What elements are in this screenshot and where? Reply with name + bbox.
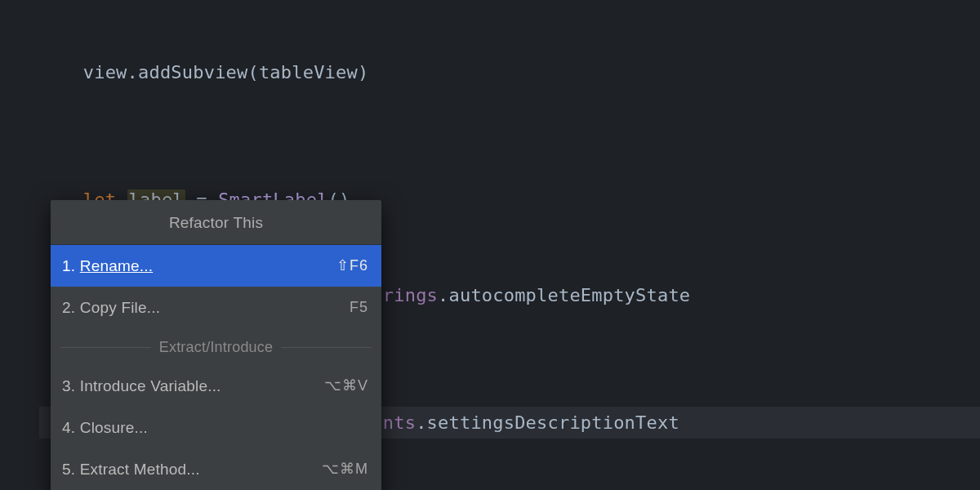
divider [281, 347, 372, 348]
popup-item-label: 4. Closure... [62, 412, 148, 443]
popup-item-rename[interactable]: 1. Rename... ⇧F6 [51, 245, 381, 287]
token-text: .autocompleteEmptyState [438, 285, 690, 305]
token-text: .settingsDescriptionText [416, 412, 679, 433]
refactor-popup: Refactor This 1. Rename... ⇧F6 2. Copy F… [51, 200, 381, 490]
popup-item-copy-file[interactable]: 2. Copy File... F5 [51, 287, 381, 328]
popup-item-introduce-variable[interactable]: 3. Introduce Variable... ⌥⌘V [51, 365, 381, 407]
popup-title: Refactor This [51, 200, 381, 245]
code-line: view.addSubview(tableView) [39, 24, 980, 120]
token-tail: (tableView) [247, 62, 368, 82]
popup-item-label: 2. Copy File... [62, 292, 160, 323]
token-method: addSubview [138, 62, 247, 82]
popup-section-label: Extract/Introduce [159, 332, 273, 363]
code-editor[interactable]: view.addSubview(tableView) let label = S… [0, 0, 980, 490]
popup-item-label: 1. Rename... [62, 250, 153, 282]
popup-item-shortcut: ⌥⌘V [324, 370, 368, 402]
popup-item-shortcut: F5 [350, 292, 368, 323]
popup-item-closure[interactable]: 4. Closure... [51, 407, 381, 448]
code-line-blank [39, 120, 980, 152]
token-dot: . [127, 62, 138, 82]
popup-item-shortcut: ⌥⌘M [322, 453, 368, 485]
popup-item-label: 5. Extract Method... [62, 453, 200, 485]
token-ident: view [83, 62, 127, 82]
popup-item-shortcut: ⇧F6 [336, 250, 368, 282]
popup-section-header: Extract/Introduce [51, 328, 381, 365]
divider [60, 347, 151, 348]
popup-item-label: 3. Introduce Variable... [62, 370, 221, 402]
popup-item-extract-method[interactable]: 5. Extract Method... ⌥⌘M [51, 448, 381, 490]
